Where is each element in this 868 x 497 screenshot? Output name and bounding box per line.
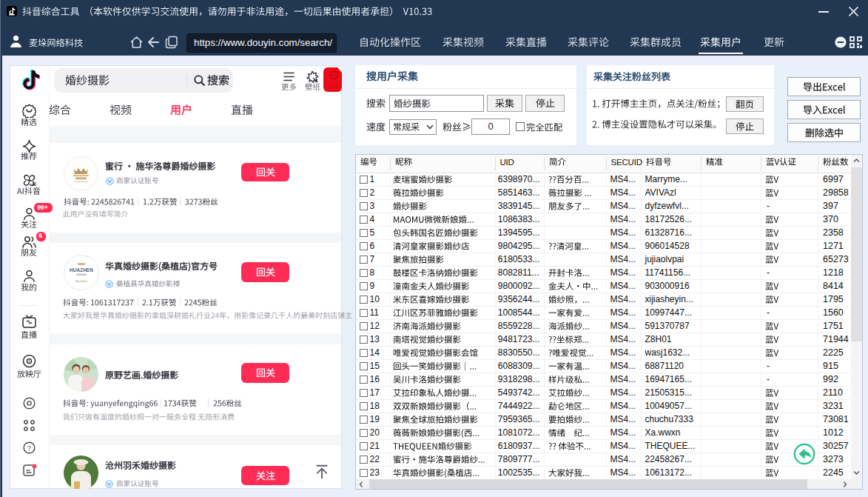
- svg-text:?: ?: [27, 444, 31, 452]
- svg-text:HUAZHEN: HUAZHEN: [70, 267, 93, 273]
- svg-text:HuaZhen: HuaZhen: [75, 279, 88, 283]
